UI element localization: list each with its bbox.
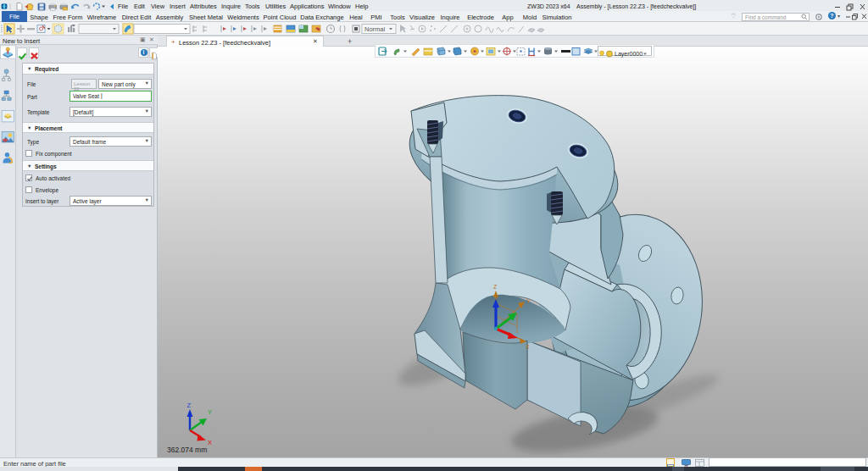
svg-text:362.074 mm: 362.074 mm bbox=[167, 446, 207, 454]
svg-text:Y: Y bbox=[208, 408, 212, 416]
svg-text:Z: Z bbox=[493, 284, 498, 290]
svg-text:Z: Z bbox=[187, 402, 192, 409]
svg-text:Y: Y bbox=[526, 298, 531, 304]
svg-text:X: X bbox=[526, 344, 530, 350]
svg-text:Normal: Normal bbox=[364, 25, 386, 33]
svg-text:X: X bbox=[208, 439, 212, 446]
svg-text:Layer0000: Layer0000 bbox=[615, 51, 643, 58]
